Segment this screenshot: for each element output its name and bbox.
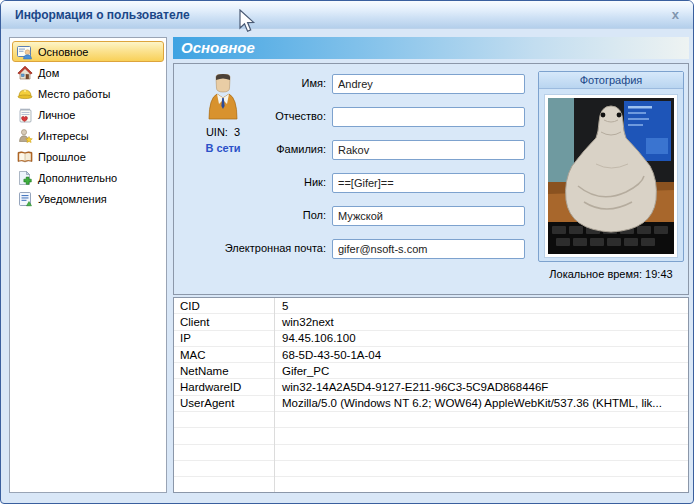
field-label-name: Имя: (126, 77, 326, 89)
column-divider (274, 298, 275, 492)
connection-details-table: CID 5 Client win32next IP 94.45.106.100 … (173, 297, 689, 493)
user-info-window: Информация о пользователе x Основное Дом (0, 0, 694, 504)
table-row: NetName Gifer_PC (174, 363, 688, 379)
window-title: Информация о пользователе (15, 8, 190, 22)
table-row-empty (174, 412, 688, 428)
table-row: UserAgent Mozilla/5.0 (Windows NT 6.2; W… (174, 396, 688, 412)
table-row-empty (174, 445, 688, 461)
title-bar[interactable]: Информация о пользователе x (1, 1, 693, 29)
table-row-empty (174, 428, 688, 444)
field-label-surname: Фамилия: (126, 143, 326, 155)
profile-panel: UIN: 3 В сети Имя: Отчество: Фамилия: Ни… (173, 63, 689, 295)
sidebar-item-label: Дом (38, 67, 59, 79)
field-label-patronymic: Отчество: (126, 110, 326, 122)
notepad-heart-icon (17, 107, 33, 123)
table-row-empty (174, 477, 688, 493)
table-row: IP 94.45.106.100 (174, 331, 688, 347)
vcard-user-icon (17, 44, 33, 60)
field-label-email: Электронная почта: (126, 242, 326, 254)
sidebar-nav: Основное Дом Место работы (9, 37, 167, 493)
user-photo (544, 94, 678, 258)
patronymic-field[interactable] (332, 107, 525, 127)
sidebar-item-label: Дополнительно (38, 172, 117, 184)
zhdun-figurine-photo (548, 98, 674, 254)
sidebar-item-label: Уведомления (38, 193, 107, 205)
home-icon (17, 65, 33, 81)
field-label-nick: Ник: (126, 176, 326, 188)
field-label-gender: Пол: (126, 209, 326, 221)
section-header: Основное (173, 37, 689, 59)
uin-value: 3 (234, 126, 240, 138)
local-time-label: Локальное время: 19:43 (538, 268, 684, 280)
surname-field[interactable] (332, 140, 525, 160)
close-icon[interactable]: x (672, 7, 679, 22)
sidebar-item-osnovnoe[interactable]: Основное (12, 41, 164, 62)
uin-label: UIN: 3 (184, 126, 262, 138)
name-field[interactable] (332, 74, 525, 94)
nick-field[interactable] (332, 173, 525, 193)
table-row: Client win32next (174, 314, 688, 330)
page-list-icon (17, 191, 33, 207)
email-field[interactable] (332, 239, 525, 259)
table-row: HardwareID win32-14A2A5D4-9127-E211-96C3… (174, 379, 688, 395)
photo-header: Фотография (539, 72, 683, 89)
open-book-icon (17, 149, 33, 165)
mouse-cursor (239, 9, 256, 33)
gender-field[interactable] (332, 206, 525, 226)
page-plus-icon (17, 170, 33, 186)
sidebar-item-uvedomleniya[interactable]: Уведомления (12, 188, 164, 209)
sidebar-item-label: Основное (38, 46, 88, 58)
hardhat-icon (17, 86, 33, 102)
sidebar-item-label: Место работы (38, 88, 110, 100)
sidebar-item-label: Личное (38, 109, 75, 121)
table-row: CID 5 (174, 298, 688, 314)
person-star-icon (17, 128, 33, 144)
sidebar-item-label: Прошлое (38, 151, 86, 163)
table-row: MAC 68-5D-43-50-1A-04 (174, 347, 688, 363)
table-row-empty (174, 461, 688, 477)
sidebar-item-label: Интересы (38, 130, 89, 142)
photo-panel: Фотография (538, 71, 684, 262)
